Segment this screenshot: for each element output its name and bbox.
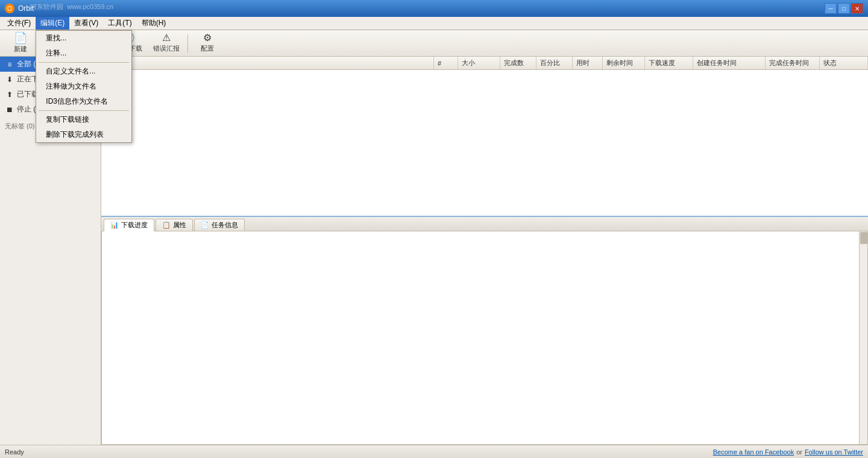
scrollbar[interactable]	[859, 231, 867, 444]
status-text: Ready	[5, 448, 24, 456]
new-button[interactable]: 📄 新建	[5, 32, 36, 55]
menu-view[interactable]: 查看(V)	[69, 17, 103, 30]
menu-help[interactable]: 帮助(H)	[137, 17, 171, 30]
twitter-link[interactable]: Follow us on Twitter	[805, 448, 863, 456]
all-icon: ≡	[5, 60, 14, 69]
col-header-done: 完成数	[500, 57, 536, 69]
status-links: Become a fan on Facebook or Follow us on…	[713, 448, 863, 456]
menu-copy-link[interactable]: 复制下载链接	[36, 112, 131, 127]
col-header-finished: 完成任务时间	[766, 57, 820, 69]
scrollbar-thumb[interactable]	[860, 232, 867, 244]
col-header-pct: 百分比	[536, 57, 573, 69]
toolbar-separator-2	[187, 34, 188, 52]
title-controls: ─ □ ✕	[825, 3, 863, 14]
maximize-button[interactable]: □	[838, 3, 850, 14]
menu-id3-filename[interactable]: ID3信息作为文件名	[36, 94, 131, 109]
table-header: 文件名 # 大小 完成数 百分比 用时 剩余时间 下载速度 创建任务时间 完成任…	[101, 57, 868, 70]
menu-custom-filename[interactable]: 自定义文件名...	[36, 64, 131, 79]
content-area: 文件名 # 大小 完成数 百分比 用时 剩余时间 下载速度 创建任务时间 完成任…	[101, 57, 868, 445]
col-header-created: 创建任务时间	[693, 57, 766, 69]
menu-edit[interactable]: 编辑(E) 重找... 注释... 自定义文件名... 注释做为文件名 ID3信…	[36, 17, 69, 30]
finished-icon: ⬆	[5, 90, 14, 99]
tab-props[interactable]: 📋 属性	[156, 219, 193, 231]
menu-comment[interactable]: 注释...	[36, 46, 131, 61]
edit-dropdown: 重找... 注释... 自定义文件名... 注释做为文件名 ID3信息作为文件名…	[36, 30, 132, 143]
minimize-button[interactable]: ─	[825, 3, 837, 14]
app-icon: O	[5, 4, 14, 13]
config-button[interactable]: ⚙ 配置	[192, 32, 223, 55]
taskinfo-icon: 📄	[201, 221, 209, 229]
menu-tools[interactable]: 工具(T)	[103, 17, 136, 30]
menu-separator-2	[39, 110, 129, 111]
col-header-num: #	[434, 57, 458, 69]
menu-bar: 文件(F) 编辑(E) 重找... 注释... 自定义文件名... 注释做为文件…	[0, 17, 868, 30]
title-bar: O Orbit 河东软件园 www.pc0359.cn ─ □ ✕	[0, 0, 868, 17]
error-button[interactable]: ⚠ 错误汇报	[149, 32, 184, 55]
col-header-time: 用时	[573, 57, 603, 69]
menu-separator-1	[39, 62, 129, 63]
facebook-link[interactable]: Become a fan on Facebook	[713, 448, 794, 456]
props-icon: 📋	[162, 221, 171, 229]
stopped-icon: ⏹	[5, 105, 14, 114]
status-bar: Ready Become a fan on Facebook or Follow…	[0, 445, 868, 458]
close-button[interactable]: ✕	[851, 3, 863, 14]
menu-file[interactable]: 文件(F)	[2, 17, 36, 30]
bottom-panel: 📊 下载进度 📋 属性 📄 任务信息	[101, 216, 868, 445]
watermark: 河东软件园 www.pc0359.cn	[30, 2, 113, 11]
col-header-name: 文件名	[101, 57, 434, 69]
col-header-status: 状态	[820, 57, 868, 69]
bottom-tabs: 📊 下载进度 📋 属性 📄 任务信息	[101, 217, 868, 231]
menu-delete-finished[interactable]: 删除下载完成列表	[36, 127, 131, 142]
config-icon: ⚙	[203, 33, 212, 43]
error-icon: ⚠	[162, 33, 171, 43]
menu-comment-as-filename[interactable]: 注释做为文件名	[36, 79, 131, 94]
bottom-content	[101, 231, 868, 445]
status-separator: or	[796, 448, 802, 456]
new-icon: 📄	[14, 33, 27, 43]
progress-icon: 📊	[110, 221, 119, 229]
col-header-remain: 剩余时间	[603, 57, 645, 69]
downloading-icon: ⬇	[5, 75, 14, 84]
col-header-size: 大小	[458, 57, 500, 69]
menu-find[interactable]: 重找...	[36, 31, 131, 46]
col-header-speed: 下载速度	[645, 57, 693, 69]
tab-taskinfo[interactable]: 📄 任务信息	[194, 219, 245, 231]
app-title: Orbit	[18, 4, 34, 13]
tab-progress[interactable]: 📊 下载进度	[104, 219, 154, 231]
table-body	[101, 70, 868, 216]
